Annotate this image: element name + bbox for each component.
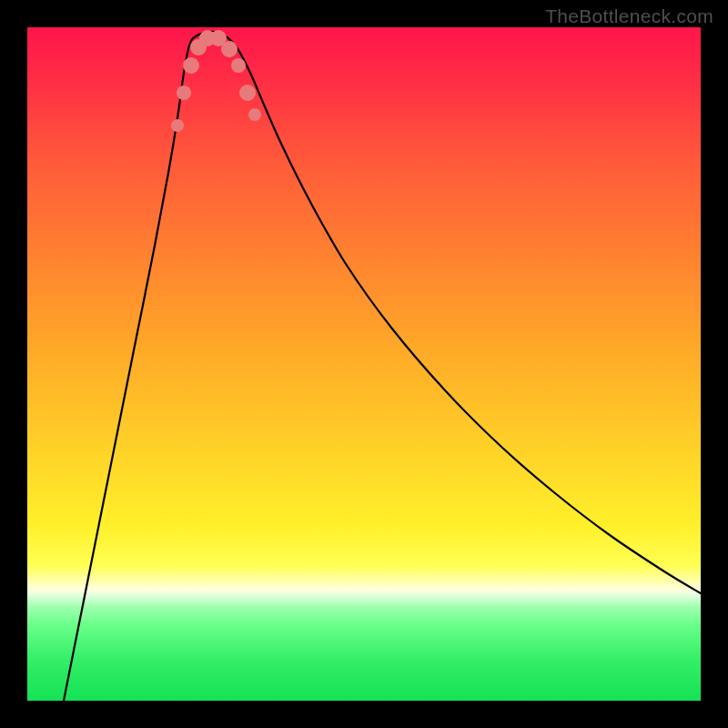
highlight-marker [177, 86, 191, 100]
watermark-text: TheBottleneck.com [545, 5, 713, 27]
highlight-marker [231, 58, 246, 73]
highlight-marker [221, 41, 238, 57]
curve-svg [27, 27, 701, 701]
highlight-marker-group [171, 30, 261, 132]
plot-area [27, 27, 701, 701]
highlight-marker [171, 119, 184, 132]
bottleneck-curve [64, 32, 701, 701]
highlight-marker [239, 85, 256, 101]
highlight-marker [248, 108, 261, 121]
highlight-marker [183, 57, 199, 74]
chart-frame: TheBottleneck.com [0, 0, 728, 728]
